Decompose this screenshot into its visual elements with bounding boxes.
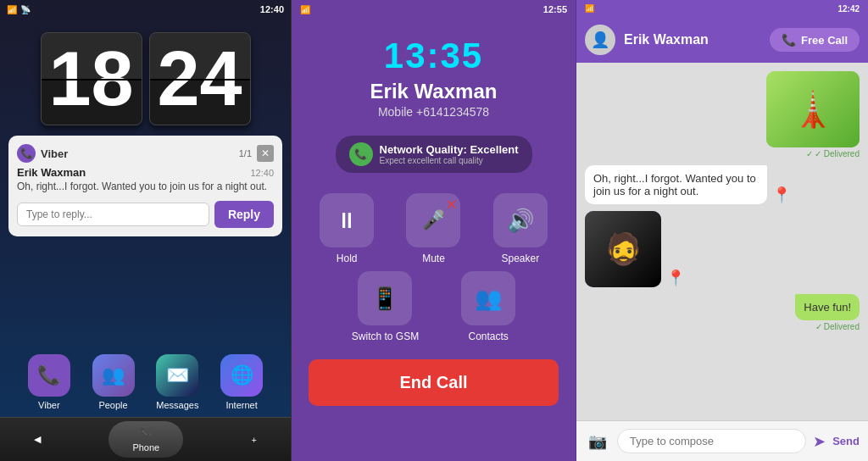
people-app-icon: 👥 — [92, 354, 135, 397]
signal-icon: 📡 — [20, 5, 31, 14]
camera-icon: 📷 — [588, 432, 607, 451]
notification-time: 12:40 — [250, 168, 274, 178]
delivered-status-right-2: ✓ Delivered — [795, 322, 860, 331]
notification-app-name: Viber — [41, 147, 234, 160]
hold-icon: ⏸ — [320, 193, 374, 247]
send-button[interactable]: Send — [832, 435, 860, 447]
checkmark-icon: ✓ — [806, 149, 813, 158]
flip-clock: 18 24 — [0, 32, 291, 125]
notification-sender-row: Erik Waxman 12:40 — [17, 166, 274, 179]
phone-label: Phone — [132, 442, 159, 453]
people-label: People — [98, 400, 127, 410]
message-text-1: Oh, right...I forgot. Wanted you to join… — [593, 172, 756, 197]
send-arrow-icon: ➤ — [813, 432, 826, 451]
contacts-icon: 👥 — [461, 271, 515, 325]
chat-contact-name: Erik Waxman — [624, 32, 761, 47]
free-call-phone-icon: 📞 — [782, 33, 796, 47]
chat-wifi-icon: 📶 — [585, 4, 594, 13]
message-text-2: Have fun! — [804, 301, 851, 314]
network-quality-sublabel: Expect excellent call quality — [380, 156, 519, 165]
switch-gsm-button[interactable]: 📱 Switch to GSM — [352, 271, 419, 342]
switch-gsm-icon: 📱 — [358, 271, 412, 325]
camera-button[interactable]: 📷 — [585, 429, 610, 454]
end-call-button[interactable]: End Call — [309, 359, 559, 406]
free-call-button[interactable]: 📞 Free Call — [770, 28, 860, 52]
phone-icon: 📞 — [140, 426, 152, 437]
add-icon: + — [251, 435, 256, 445]
speaker-button[interactable]: 🔊 Speaker — [482, 193, 559, 264]
network-quality-title: Network Quality: Excellent — [380, 143, 519, 156]
switch-gsm-label: Switch to GSM — [352, 330, 419, 342]
phone-button[interactable]: 📞 Phone — [108, 421, 183, 458]
network-quality-icon: 📞 — [349, 142, 373, 166]
contact-avatar: 👤 — [585, 25, 615, 55]
people-icon: 👥 — [102, 364, 125, 386]
back-button[interactable]: ◀ — [34, 434, 41, 445]
notification-message: Oh, right...I forgot. Wanted you to join… — [17, 181, 274, 194]
clock-hours: 18 — [41, 32, 142, 125]
viber-label: Viber — [38, 400, 59, 410]
mute-button[interactable]: 🎤 ✕ Mute — [395, 193, 471, 264]
message-image-location-row: 🧔 📍 — [585, 211, 685, 287]
viber-icon: 📞 — [37, 364, 60, 386]
call-buttons-row2: 📱 Switch to GSM 👥 Contacts — [292, 271, 576, 342]
phone-signal-icon: 📞 — [354, 148, 367, 160]
chat-messages-area: 🗼 ✓ ✓ Delivered Oh, right...I forgot. Wa… — [576, 63, 868, 420]
wifi-icon: 📶 — [7, 5, 17, 14]
message-text-right: Have fun! ✓ Delivered — [795, 294, 860, 331]
caller-name: Erik Waxman — [370, 80, 498, 103]
reply-input[interactable] — [17, 203, 209, 226]
reply-button[interactable]: Reply — [214, 201, 274, 228]
bottom-navigation-bar: ◀ 📞 Phone + — [0, 417, 291, 461]
status-bar-panel2: 📶 12:55 — [292, 0, 576, 19]
messages-app-icon: ✉️ — [156, 354, 198, 397]
messages-icon: ✉️ — [166, 364, 189, 386]
android-homescreen: 📶 📡 12:40 18 24 📞 Viber 1/1 ✕ Erik Waxma… — [0, 0, 292, 461]
network-quality-text: Network Quality: Excellent Expect excell… — [380, 143, 519, 165]
caller-number: Mobile +6141234578 — [378, 105, 489, 119]
home-icons-row: 📞 Viber 👥 People ✉️ Messages 🌐 Internet — [0, 354, 291, 410]
sidebar-item-viber[interactable]: 📞 Viber — [28, 354, 70, 410]
notification-reply-area: Reply — [17, 201, 274, 228]
chat-header: 👤 Erik Waxman 📞 Free Call — [576, 17, 868, 63]
internet-label: Internet — [225, 400, 257, 410]
end-call-label: End Call — [399, 373, 467, 392]
internet-icon: 🌐 — [231, 364, 253, 386]
sidebar-item-people[interactable]: 👥 People — [92, 354, 135, 410]
viber-chat-screen: 📶 12:42 👤 Erik Waxman 📞 Free Call 🗼 ✓ ✓ … — [576, 0, 868, 461]
contacts-button[interactable]: 👥 Contacts — [461, 271, 515, 342]
chat-input-area: 📷 ➤ Send — [576, 420, 868, 461]
checkmark-icon-2: ✓ — [815, 322, 822, 331]
notification-count: 1/1 — [239, 148, 252, 158]
free-call-label: Free Call — [801, 34, 848, 47]
notification-header: 📞 Viber 1/1 ✕ — [17, 144, 274, 163]
call-status-time: 12:55 — [543, 4, 567, 14]
sidebar-item-internet[interactable]: 🌐 Internet — [220, 354, 263, 410]
add-button[interactable]: + — [251, 435, 256, 445]
hold-label: Hold — [337, 253, 358, 264]
clock-minutes: 24 — [149, 32, 251, 125]
hold-button[interactable]: ⏸ Hold — [309, 193, 385, 264]
viber-app-icon: 📞 — [17, 144, 36, 163]
contacts-label: Contacts — [468, 330, 508, 342]
clock-time-p1: 12:40 — [260, 4, 284, 14]
call-buttons-row1: ⏸ Hold 🎤 ✕ Mute 🔊 Speaker — [292, 193, 576, 264]
compose-input[interactable] — [617, 429, 806, 453]
call-timer: 13:35 — [384, 36, 483, 76]
chat-status-time: 12:42 — [837, 4, 860, 14]
back-icon: ◀ — [34, 434, 41, 445]
status-bar-panel3: 📶 12:42 — [576, 0, 868, 17]
close-icon: ✕ — [261, 147, 270, 159]
text-bubble-left: Oh, right...I forgot. Wanted you to join… — [585, 165, 767, 204]
location-icon-2: 📍 — [666, 269, 685, 287]
image-bubble-right: 🗼 — [766, 71, 860, 147]
call-wifi-icon: 📶 — [300, 5, 310, 14]
notification-close-button[interactable]: ✕ — [257, 145, 274, 162]
notification-sender: Erik Waxman — [17, 166, 86, 179]
sidebar-item-messages[interactable]: ✉️ Messages — [156, 354, 198, 410]
viber-app-icon-home: 📞 — [28, 354, 70, 397]
delivered-status-right: ✓ ✓ Delivered — [766, 149, 860, 158]
speaker-label: Speaker — [501, 253, 539, 264]
messages-label: Messages — [156, 400, 198, 410]
internet-app-icon: 🌐 — [220, 354, 263, 397]
